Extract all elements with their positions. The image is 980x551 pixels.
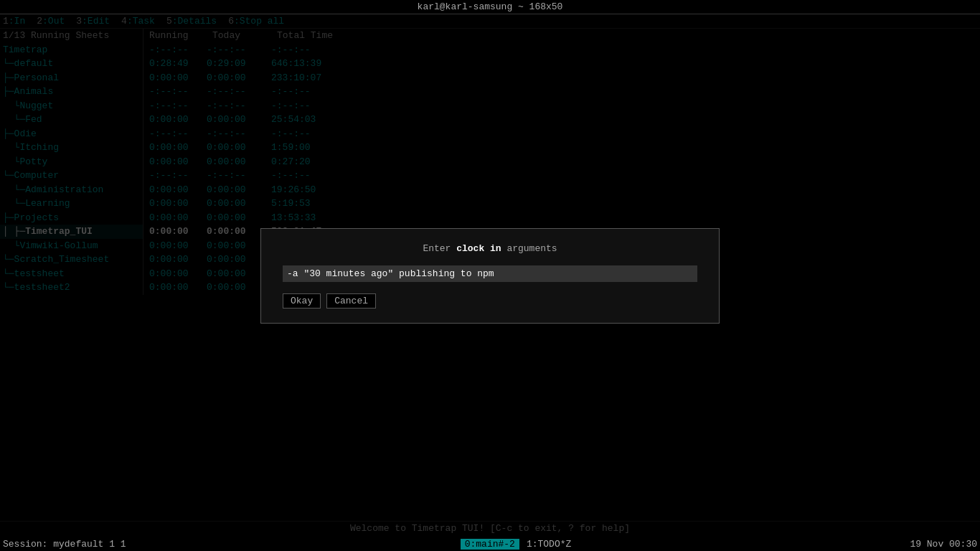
clock-in-arguments-input[interactable] — [287, 268, 673, 279]
tmux-bar: Session: mydefault 1 1 0:main#-2 1:TODO*… — [0, 537, 980, 551]
title-text: karl@karl-samsung ~ 168x50 — [418, 1, 563, 12]
tmux-datetime: 19 Nov 00:30 — [910, 539, 977, 550]
modal-title-suffix: arguments — [501, 243, 557, 254]
modal-title-bold: clock in — [456, 243, 501, 254]
tmux-tab-todo[interactable]: 1:TODO*Z — [522, 539, 575, 550]
modal-title: Enter clock in arguments — [283, 243, 697, 254]
cancel-button[interactable]: Cancel — [326, 293, 376, 309]
tmux-tab-main[interactable]: 0:main#-2 — [461, 539, 519, 550]
modal-input-container[interactable] — [283, 265, 697, 282]
modal-title-prefix: Enter — [423, 243, 456, 254]
tmux-tabs: 0:main#-2 1:TODO*Z — [461, 539, 576, 550]
modal-box: Enter clock in arguments Okay Cancel — [260, 228, 720, 324]
title-bar: karl@karl-samsung ~ 168x50 — [0, 0, 980, 14]
modal-buttons: Okay Cancel — [283, 293, 697, 309]
tmux-session: Session: mydefault 1 1 — [3, 539, 126, 550]
okay-button[interactable]: Okay — [283, 293, 321, 309]
modal-overlay: Enter clock in arguments Okay Cancel — [0, 16, 980, 535]
